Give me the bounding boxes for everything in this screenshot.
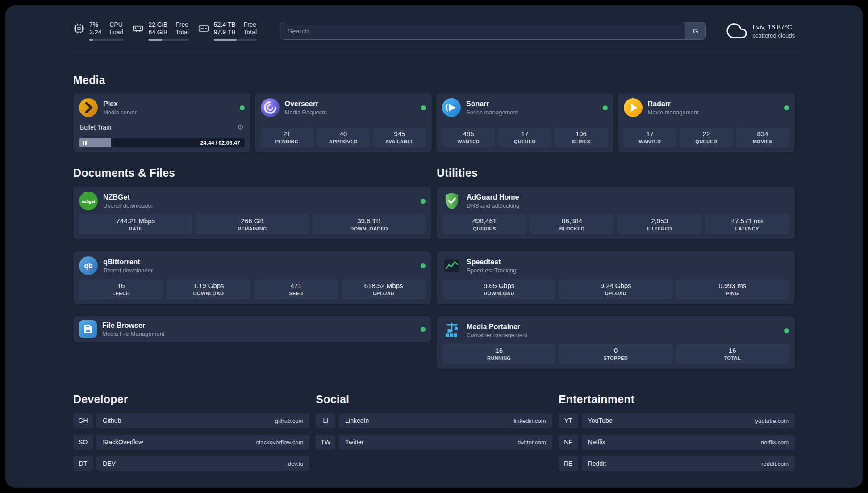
- app-name: Speedtest: [467, 258, 516, 266]
- app-card-radarr[interactable]: Radarr Movie management 17 WANTED 22 QUE…: [618, 93, 795, 152]
- bookmark-row: NF Netflix netflix.com: [559, 435, 795, 450]
- stat-tile: 21 PENDING: [261, 127, 313, 147]
- settings-gear-icon[interactable]: ⚙: [237, 124, 243, 131]
- player-progress-bar: 24:44 / 02:06:47: [79, 138, 245, 147]
- stat-tile: 471 SEED: [254, 279, 338, 299]
- bookmark-url: youtube.com: [755, 418, 789, 424]
- bookmark-url: stackoverflow.com: [256, 439, 303, 446]
- app-card-nzbget[interactable]: nzbget NZBGet Usenet downloader 74: [73, 187, 431, 239]
- status-dot: [421, 199, 426, 204]
- stat-tile: 17 QUEUED: [498, 127, 551, 147]
- svg-text:qb: qb: [84, 262, 92, 270]
- now-playing-title: Bullet Train: [80, 124, 111, 131]
- app-name: Media Portainer: [467, 323, 527, 331]
- stat-tile: 47.571 ms LATENCY: [705, 214, 789, 234]
- cpu-icon: [73, 23, 85, 34]
- ram-icon: [132, 23, 144, 34]
- stat-tile: 16 RUNNING: [442, 344, 555, 364]
- stat-tile: 1.19 Gbps DOWNLOAD: [167, 279, 250, 299]
- pause-button[interactable]: [83, 141, 87, 145]
- stat-tile: 86,384 BLOCKED: [530, 214, 614, 234]
- ram-free-value: 22 GiB: [148, 21, 167, 29]
- search-input[interactable]: [280, 22, 685, 39]
- media-section-title: Media: [73, 74, 795, 87]
- bookmark-group-social: Social LI LinkedIn linkedin.com TW Twitt…: [316, 393, 552, 477]
- cpu-label: CPU: [109, 21, 123, 29]
- app-name: qBittorrent: [103, 258, 153, 266]
- disk-total-label: Total: [244, 29, 257, 36]
- bookmark-group-entertainment: Entertainment YT YouTube youtube.com NF …: [559, 393, 795, 477]
- weather-widget: Lviv, 16.87°C scattered clouds: [726, 21, 795, 41]
- stat-tile: 618.52 Mbps UPLOAD: [342, 279, 426, 299]
- social-section-title: Social: [316, 393, 552, 406]
- stat-tile: 17 WANTED: [624, 127, 676, 147]
- bookmark-link-netflix[interactable]: Netflix netflix.com: [582, 435, 795, 450]
- bookmark-row: LI LinkedIn linkedin.com: [316, 413, 552, 428]
- stat-tile: 744.21 Mbps RATE: [79, 214, 192, 234]
- bookmark-name: Twitter: [345, 439, 363, 446]
- app-name: Sonarr: [466, 100, 518, 108]
- app-name: NZBGet: [103, 193, 153, 201]
- search-engine-button[interactable]: G: [685, 22, 705, 39]
- bookmark-row: TW Twitter twitter.com: [316, 435, 552, 450]
- status-dot: [784, 105, 789, 110]
- bookmark-abbr[interactable]: GH: [73, 413, 93, 428]
- app-card-plex[interactable]: Plex Media server Bullet Train ⚙ 24:44 /…: [73, 93, 250, 152]
- bookmark-row: GH Github github.com: [73, 413, 309, 428]
- app-subtitle: Media Requests: [285, 109, 327, 116]
- ram-progress-bar: [148, 39, 188, 41]
- bookmark-abbr[interactable]: NF: [559, 435, 578, 450]
- stat-tile: 945 AVAILABLE: [373, 127, 426, 147]
- bookmark-link-dev[interactable]: DEV dev.to: [96, 456, 309, 471]
- bookmark-url: twitter.com: [518, 439, 546, 446]
- app-card-qbittorrent[interactable]: qb qBittorrent Torrent downloader: [73, 251, 431, 304]
- disk-free-label: Free: [244, 21, 257, 29]
- bookmark-abbr[interactable]: DT: [73, 456, 93, 471]
- disk-free-value: 52.4 TB: [214, 21, 236, 29]
- bookmark-link-github[interactable]: Github github.com: [96, 413, 309, 428]
- bookmark-name: Github: [103, 417, 121, 424]
- stat-tile: 0.993 ms PING: [676, 279, 789, 299]
- app-card-adguard[interactable]: AdGuard Home DNS and adblocking 498,461 …: [437, 187, 795, 239]
- bookmark-link-twitter[interactable]: Twitter twitter.com: [339, 435, 552, 450]
- stat-tile: 498,461 QUERIES: [442, 214, 526, 234]
- bookmark-link-linkedin[interactable]: LinkedIn linkedin.com: [339, 413, 552, 428]
- app-subtitle: Media server: [103, 109, 137, 116]
- bookmark-abbr[interactable]: RE: [559, 456, 578, 471]
- bookmark-abbr[interactable]: YT: [559, 413, 578, 428]
- status-dot: [421, 263, 426, 268]
- weather-condition: scattered clouds: [752, 32, 795, 39]
- status-dot: [240, 105, 245, 110]
- player-time: 24:44 / 02:06:47: [200, 140, 240, 146]
- bookmark-link-youtube[interactable]: YouTube youtube.com: [582, 413, 795, 428]
- stat-tile: 9.65 Gbps DOWNLOAD: [442, 279, 555, 299]
- bookmark-link-reddit[interactable]: Reddit reddit.com: [582, 456, 795, 471]
- bookmark-group-developer: Developer GH Github github.com SO StackO…: [73, 393, 309, 477]
- bookmark-url: github.com: [275, 418, 304, 424]
- bookmark-url: netflix.com: [761, 439, 789, 446]
- stat-tile: 0 STOPPED: [559, 344, 672, 364]
- cpu-load-value: 3.24: [89, 29, 101, 36]
- stat-tile: 16 TOTAL: [676, 344, 789, 364]
- bookmark-name: DEV: [103, 460, 116, 467]
- bookmark-abbr[interactable]: LI: [316, 413, 335, 428]
- sonarr-icon: [442, 98, 461, 117]
- developer-section-title: Developer: [73, 393, 309, 406]
- bookmark-link-stackoverflow[interactable]: StackOverflow stackoverflow.com: [96, 435, 309, 450]
- app-card-overseerr[interactable]: Overseerr Media Requests 21 PENDING 40 A…: [255, 93, 432, 152]
- app-card-sonarr[interactable]: Sonarr Series management 485 WANTED 17 Q…: [436, 93, 613, 152]
- app-card-portainer[interactable]: Media Portainer Container management 16 …: [437, 316, 795, 369]
- bookmark-row: YT YouTube youtube.com: [559, 413, 795, 428]
- ram-total-label: Total: [175, 29, 189, 36]
- status-dot: [421, 327, 426, 332]
- adguard-icon: [442, 192, 461, 210]
- section-media: Media Plex: [73, 74, 795, 152]
- app-name: File Browser: [102, 322, 164, 330]
- app-card-filebrowser[interactable]: File Browser Media File Management: [73, 316, 431, 342]
- entertainment-section-title: Entertainment: [559, 393, 795, 406]
- bookmark-abbr[interactable]: SO: [73, 435, 93, 450]
- disk-icon: [198, 23, 209, 34]
- bookmark-name: StackOverflow: [103, 439, 143, 446]
- bookmark-abbr[interactable]: TW: [316, 435, 335, 450]
- app-card-speedtest[interactable]: Speedtest Speedtest Tracking 9.65 Gbps D…: [437, 251, 795, 304]
